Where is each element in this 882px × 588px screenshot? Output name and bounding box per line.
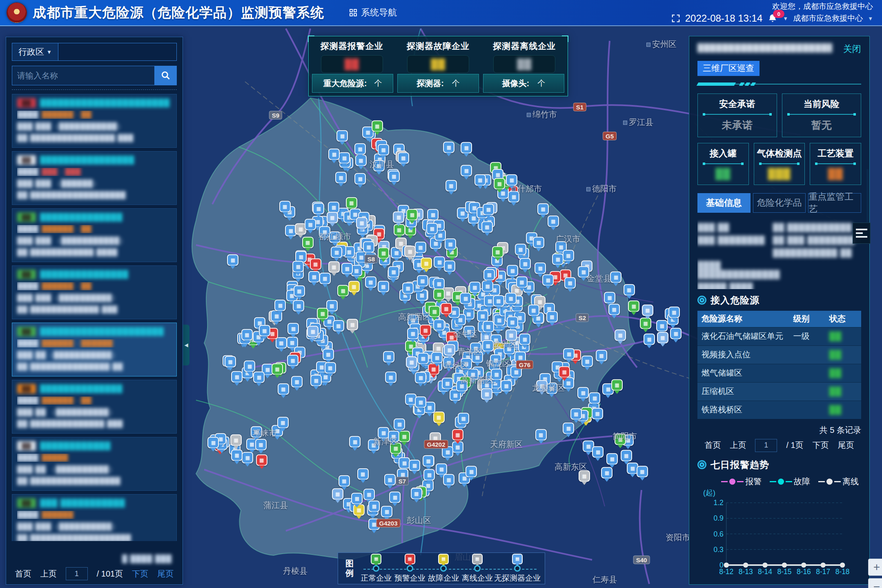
legend-item[interactable]: 故障 [770, 476, 810, 487]
enterprise-map-pin[interactable]: ▦ [445, 180, 457, 192]
enterprise-map-pin[interactable]: ▦ [610, 272, 621, 283]
enterprise-map-pin[interactable]: ▦ [363, 489, 375, 500]
enterprise-map-pin[interactable]: ▦ [347, 319, 358, 330]
enterprise-map-pin[interactable]: ▦ [507, 265, 518, 276]
table-row[interactable]: 液化石油气储罐区单元一级██ [697, 327, 861, 345]
enterprise-map-pin[interactable]: ▦ [328, 149, 340, 160]
enterprise-map-pin[interactable]: ▦ [417, 353, 429, 364]
enterprise-map-pin[interactable]: ▦ [589, 392, 600, 404]
next-page-link[interactable]: 下页 [132, 568, 148, 579]
page-number-input[interactable] [66, 567, 88, 580]
enterprise-map-pin[interactable]: ▦ [423, 469, 435, 481]
enterprise-map-pin[interactable]: ▦ [642, 305, 653, 316]
last-page-link[interactable]: 尾页 [157, 568, 174, 579]
enterprise-map-pin[interactable]: ▦ [272, 363, 283, 374]
enterprise-map-pin[interactable]: ▦ [385, 372, 396, 383]
map-legend-item[interactable]: ▦故障企业 [427, 554, 461, 584]
enterprise-map-pin[interactable]: ▦ [346, 197, 357, 209]
enterprise-map-pin[interactable]: ▦ [668, 306, 680, 318]
enterprise-map-pin[interactable]: ▦ [644, 334, 655, 345]
enterprise-map-pin[interactable]: ▦ [461, 142, 472, 154]
prev-page-link[interactable]: 上页 [730, 440, 746, 451]
hazard-name[interactable]: 铁路栈桥区 [697, 401, 789, 419]
enterprise-map-pin[interactable]: ▦ [417, 275, 428, 287]
enterprise-map-pin[interactable]: ▦ [256, 454, 267, 466]
map-legend-item[interactable]: ▦预警企业 [393, 554, 427, 584]
first-page-link[interactable]: 首页 [704, 440, 721, 451]
enterprise-map-pin[interactable]: ▦ [328, 201, 339, 213]
enterprise-map-pin[interactable]: ▦ [207, 437, 219, 448]
enterprise-map-pin[interactable]: ▦ [452, 429, 463, 441]
enterprise-map-pin[interactable]: ▦ [460, 293, 471, 304]
enterprise-map-pin[interactable]: ▦ [601, 467, 612, 479]
enterprise-map-pin[interactable]: ▦ [351, 493, 363, 504]
tab-危险化学品[interactable]: 危险化学品 [753, 193, 806, 213]
enterprise-map-pin[interactable]: ▦ [552, 253, 564, 265]
next-page-link[interactable]: 下页 [813, 440, 829, 451]
legend-item[interactable]: 离线 [818, 476, 859, 487]
enterprise-map-pin[interactable]: ▦ [592, 446, 604, 458]
user-menu[interactable]: 成都市应急救援中心 [793, 13, 863, 24]
enterprise-map-pin[interactable]: ▦ [310, 375, 322, 386]
enterprise-map-pin[interactable]: ▦ [431, 352, 443, 363]
enterprise-map-pin[interactable]: ▦ [657, 332, 668, 343]
enterprise-map-pin[interactable]: ▦ [388, 266, 399, 278]
enterprise-map-pin[interactable]: ▦ [483, 204, 494, 215]
enterprise-map-pin[interactable]: ▦ [624, 284, 635, 296]
enterprise-map-pin[interactable]: ▦ [469, 281, 481, 293]
enterprise-map-pin[interactable]: ▦ [505, 293, 517, 304]
hazard-name[interactable]: 液化石油气储罐区单元 [697, 327, 789, 345]
chevron-down-icon[interactable]: ▼ [868, 16, 873, 22]
enterprise-map-pin[interactable]: ▦ [535, 429, 547, 441]
enterprise-map-pin[interactable]: ▦ [331, 247, 342, 258]
map-legend-item[interactable]: ▦离线企业 [461, 554, 494, 584]
enterprise-card[interactable]: ██████████████████████████████████ - ███… [12, 94, 177, 148]
enterprise-map-pin[interactable]: ▦ [444, 344, 455, 356]
enterprise-map-pin[interactable]: ▦ [406, 209, 418, 220]
enterprise-map-pin[interactable]: ▦ [363, 241, 374, 253]
enterprise-map-pin[interactable]: ▦ [515, 243, 526, 255]
enterprise-map-pin[interactable]: ▦ [356, 217, 368, 229]
enterprise-map-pin[interactable]: ▦ [402, 283, 414, 294]
map-legend-item[interactable]: ▦无探测器企业 [494, 554, 541, 584]
enterprise-map-pin[interactable]: ▦ [405, 394, 416, 405]
enterprise-map-pin[interactable]: ▦ [604, 292, 615, 303]
enterprise-map-pin[interactable]: ▦ [535, 263, 546, 274]
enterprise-map-pin[interactable]: ▦ [608, 304, 620, 315]
enterprise-map-pin[interactable]: ▦ [481, 221, 493, 233]
enterprise-map-pin[interactable]: ▦ [378, 144, 389, 156]
enterprise-map-pin[interactable]: ▦ [492, 246, 503, 258]
enterprise-map-pin[interactable]: ▦ [348, 281, 360, 292]
enterprise-map-pin[interactable]: ▦ [307, 326, 318, 337]
enterprise-map-pin[interactable]: ▦ [378, 281, 389, 292]
enterprise-map-pin[interactable]: ▦ [389, 492, 401, 503]
enterprise-map-pin[interactable]: ▦ [528, 305, 539, 316]
enterprise-map-pin[interactable]: ▦ [611, 379, 623, 391]
enterprise-map-pin[interactable]: ▦ [501, 380, 512, 391]
enterprise-map-pin[interactable]: ▦ [564, 277, 576, 289]
enterprise-map-pin[interactable]: ▦ [516, 276, 528, 288]
enterprise-map-pin[interactable]: ▦ [336, 130, 348, 142]
search-button[interactable] [155, 66, 177, 85]
enterprise-map-pin[interactable]: ▦ [276, 337, 287, 349]
enterprise-map-pin[interactable]: ▦ [278, 383, 289, 395]
enterprise-map-pin[interactable]: ▦ [563, 250, 574, 261]
tab-重点监管工艺[interactable]: 重点监管工艺 [808, 193, 861, 213]
enterprise-map-pin[interactable]: ▦ [443, 142, 454, 153]
last-page-link[interactable]: 尾页 [838, 440, 854, 451]
enterprise-map-pin[interactable]: ▦ [637, 466, 648, 477]
page-number-input[interactable] [755, 439, 777, 452]
enterprise-map-pin[interactable]: ▦ [423, 455, 434, 467]
enterprise-map-pin[interactable]: ▦ [570, 408, 582, 420]
sidebar-collapse-button[interactable]: ◀ [183, 325, 189, 365]
enterprise-map-pin[interactable]: ▦ [294, 285, 305, 297]
enterprise-map-pin[interactable]: ▦ [433, 278, 445, 289]
enterprise-map-pin[interactable]: ▦ [244, 361, 255, 372]
enterprise-map-pin[interactable]: ▦ [365, 276, 376, 287]
enterprise-map-pin[interactable]: ▦ [426, 223, 438, 234]
enterprise-map-pin[interactable]: ▦ [231, 450, 243, 461]
enterprise-map-pin[interactable]: ▦ [546, 311, 558, 323]
enterprise-map-pin[interactable]: ▦ [317, 308, 328, 319]
enterprise-map-pin[interactable]: ▦ [349, 436, 361, 448]
map-zoom-out-button[interactable]: − [868, 578, 882, 588]
